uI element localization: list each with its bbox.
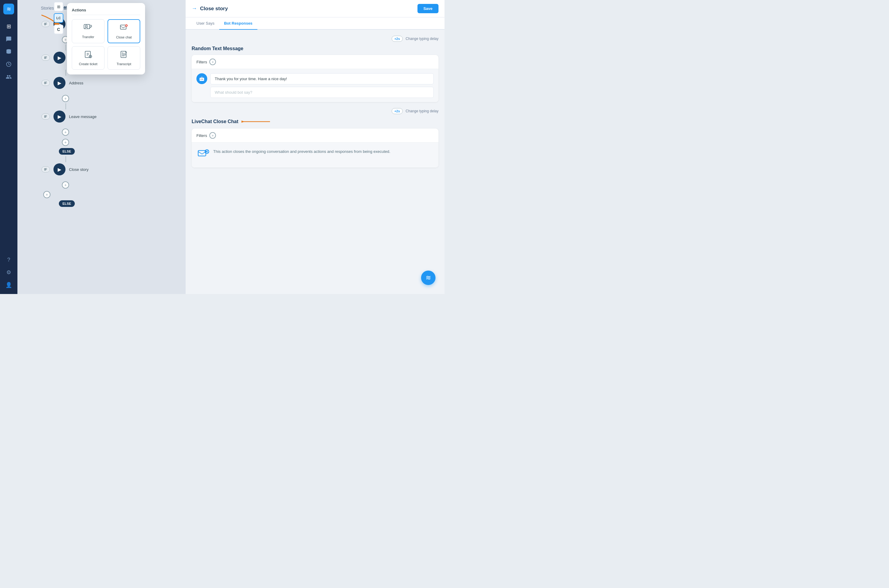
- flow-section-address: IF ▶ Address +: [42, 77, 162, 102]
- flow-section-leave: IF ▶ Leave message + +: [42, 111, 162, 146]
- node-label-address: Address: [69, 81, 84, 85]
- livechat-section: +2s Change typing delay LiveChat Close C…: [192, 108, 438, 168]
- node-button-2[interactable]: ▶: [54, 52, 66, 64]
- svg-rect-12: [200, 78, 204, 81]
- svg-point-3: [85, 25, 87, 27]
- breadcrumb-stories[interactable]: Stories: [41, 6, 54, 10]
- node-button-close[interactable]: ▶: [54, 164, 66, 176]
- popup-selector-c[interactable]: C: [54, 25, 63, 34]
- else-badge-2[interactable]: ELSE: [59, 200, 75, 207]
- create-ticket-label: Create ticket: [79, 62, 97, 66]
- random-text-card-header: Filters +: [192, 55, 438, 69]
- if-badge-2: IF: [42, 55, 50, 61]
- sidebar-item-database[interactable]: [3, 46, 14, 57]
- livechat-close-icon: [198, 148, 210, 162]
- save-button[interactable]: Save: [417, 4, 438, 13]
- action-close-chat[interactable]: Close chat: [108, 19, 140, 43]
- add-filter-button-1[interactable]: +: [209, 58, 216, 65]
- typing-delay-label-1[interactable]: Change typing delay: [406, 37, 438, 41]
- right-header-left: → Close story: [192, 5, 228, 12]
- right-panel-title: Close story: [200, 6, 228, 12]
- tab-user-says[interactable]: User Says: [192, 17, 219, 30]
- transcript-icon: [120, 50, 128, 60]
- story-arrow-icon: →: [192, 5, 197, 12]
- node-label-close: Close story: [69, 167, 88, 172]
- sidebar-item-settings[interactable]: ⚙: [3, 267, 14, 278]
- svg-point-4: [90, 25, 91, 27]
- action-transcript[interactable]: Transcript: [108, 46, 140, 70]
- right-panel: → Close story Save User Says Bot Respons…: [186, 0, 445, 294]
- add-button-leave-2[interactable]: +: [62, 139, 69, 146]
- tabs: User Says Bot Responses: [186, 17, 445, 30]
- panel-content: +2s Change typing delay Random Text Mess…: [186, 30, 445, 294]
- livechat-description: This action closes the ongoing conversat…: [213, 148, 390, 155]
- if-badge-leave: IF: [42, 114, 50, 120]
- else-badge-1[interactable]: ELSE: [59, 148, 75, 154]
- bot-message-1[interactable]: Thank you for your time. Have a nice day…: [210, 73, 434, 84]
- add-button-bottom[interactable]: +: [43, 191, 51, 198]
- add-filter-button-2[interactable]: +: [209, 132, 216, 139]
- typing-delay-row-2: +2s Change typing delay: [192, 108, 438, 114]
- typing-delay-badge-2[interactable]: +2s: [392, 108, 403, 114]
- svg-rect-19: [198, 150, 206, 156]
- filters-label-2: Filters: [196, 134, 207, 138]
- actions-popup: ⊞ LC C Actions Transfer: [67, 3, 145, 75]
- sidebar-item-profile[interactable]: 👤: [3, 280, 14, 290]
- livechat-arrow-icon: [241, 118, 271, 125]
- livechat-section-title: LiveChat Close Chat: [192, 119, 238, 124]
- popup-selector-grid[interactable]: ⊞: [54, 2, 63, 11]
- bot-inputs: Thank you for your time. Have a nice day…: [210, 73, 434, 98]
- section-title-random-text: Random Text Message: [192, 46, 438, 51]
- sidebar-item-chat[interactable]: [3, 34, 14, 45]
- node-label-leave: Leave message: [69, 114, 97, 119]
- sidebar-item-dashboard[interactable]: ⊞: [3, 21, 14, 32]
- actions-grid: Transfer Close chat: [72, 19, 140, 70]
- transfer-label: Transfer: [82, 35, 94, 39]
- bot-avatar: [196, 73, 207, 84]
- livechat-card-header: Filters +: [192, 129, 438, 142]
- transcript-label: Transcript: [117, 62, 131, 66]
- svg-rect-9: [121, 51, 126, 58]
- random-text-card-body: Thank you for your time. Have a nice day…: [192, 69, 438, 102]
- tab-bot-responses[interactable]: Bot Responses: [219, 17, 257, 30]
- action-create-ticket[interactable]: Create ticket: [72, 46, 105, 70]
- svg-point-13: [201, 79, 201, 80]
- create-ticket-icon: [84, 50, 93, 60]
- bot-message-placeholder[interactable]: What should bot say?: [210, 87, 434, 98]
- flow-section-close: IF ▶ Close story +: [42, 164, 162, 189]
- sidebar-bottom: ? ⚙ 👤: [3, 254, 14, 290]
- if-badge-1: IF: [42, 21, 50, 27]
- close-chat-label: Close chat: [116, 35, 132, 39]
- add-button-close[interactable]: +: [62, 182, 69, 189]
- app-logo[interactable]: ≋: [3, 4, 14, 14]
- node-button-leave[interactable]: ▶: [54, 111, 66, 123]
- svg-point-14: [202, 79, 203, 80]
- float-chat-button[interactable]: ≋: [421, 271, 435, 285]
- filters-label-1: Filters: [196, 60, 207, 64]
- if-badge-close: IF: [42, 166, 50, 172]
- livechat-title-row: LiveChat Close Chat: [192, 118, 438, 125]
- popup-selectors: ⊞ LC C: [54, 2, 63, 34]
- close-chat-icon: [120, 23, 128, 34]
- livechat-card: Filters + This action closes the ongoing…: [192, 129, 438, 168]
- if-badge-address: IF: [42, 80, 50, 86]
- transfer-icon: [84, 23, 93, 33]
- sidebar-item-users[interactable]: [3, 72, 14, 82]
- action-transfer[interactable]: Transfer: [72, 19, 105, 43]
- right-header: → Close story Save: [186, 0, 445, 17]
- sidebar: ≋ ⊞ ? ⚙ 👤: [0, 0, 17, 294]
- random-text-card: Filters + Thank you for your time. Have …: [192, 55, 438, 102]
- livechat-card-body: This action closes the ongoing conversat…: [192, 142, 438, 168]
- canvas-area: Stories > Office Ass... IF ▶ Co... + IF …: [17, 0, 186, 294]
- typing-delay-badge-1[interactable]: +2s: [392, 36, 403, 42]
- add-button-address[interactable]: +: [62, 95, 69, 102]
- sidebar-item-clock[interactable]: [3, 59, 14, 70]
- popup-selector-lc[interactable]: LC: [54, 13, 63, 23]
- node-button-address[interactable]: ▶: [54, 77, 66, 89]
- add-button-leave[interactable]: +: [62, 129, 69, 136]
- sidebar-item-help[interactable]: ?: [3, 254, 14, 265]
- typing-delay-label-2[interactable]: Change typing delay: [406, 109, 438, 113]
- typing-delay-row-1: +2s Change typing delay: [192, 36, 438, 42]
- bot-message-row: Thank you for your time. Have a nice day…: [196, 73, 434, 98]
- actions-popup-title: Actions: [72, 8, 140, 15]
